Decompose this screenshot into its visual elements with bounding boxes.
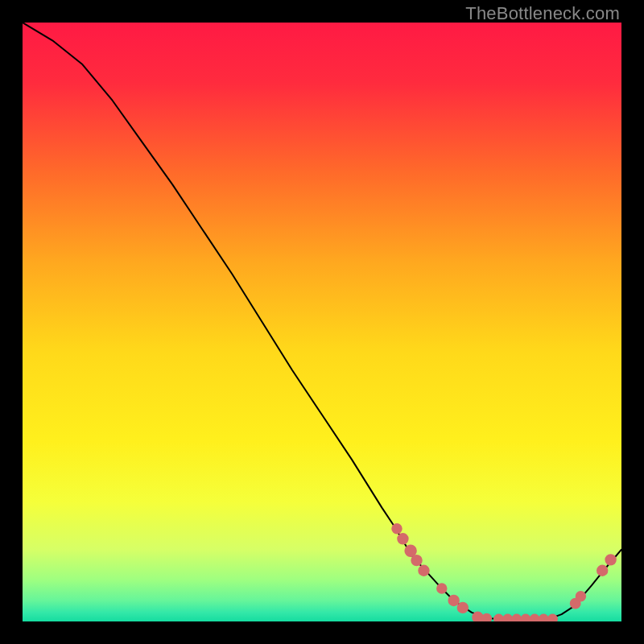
data-point (421, 568, 427, 573)
data-point (506, 617, 510, 621)
data-point (514, 617, 519, 621)
watermark-text: TheBottleneck.com (465, 3, 620, 24)
chart-canvas: TheBottleneck.com (0, 0, 644, 644)
data-point (541, 617, 546, 621)
data-point (407, 547, 414, 554)
data-point (440, 586, 444, 591)
data-point (600, 568, 605, 573)
bottleneck-curve (23, 23, 621, 620)
data-point (414, 558, 419, 564)
data-point (485, 616, 489, 621)
data-point (532, 617, 537, 621)
data-point (460, 605, 465, 610)
chart-overlay (23, 23, 621, 621)
data-point (451, 597, 456, 603)
data-point (497, 617, 502, 621)
data-point (523, 617, 528, 621)
data-point (578, 594, 583, 599)
data-point (551, 617, 555, 621)
data-point (475, 614, 481, 620)
data-point (394, 526, 399, 531)
data-point (400, 536, 406, 542)
data-point (608, 557, 613, 563)
plot-area (23, 23, 621, 621)
data-point (573, 601, 578, 605)
data-points (394, 526, 613, 621)
